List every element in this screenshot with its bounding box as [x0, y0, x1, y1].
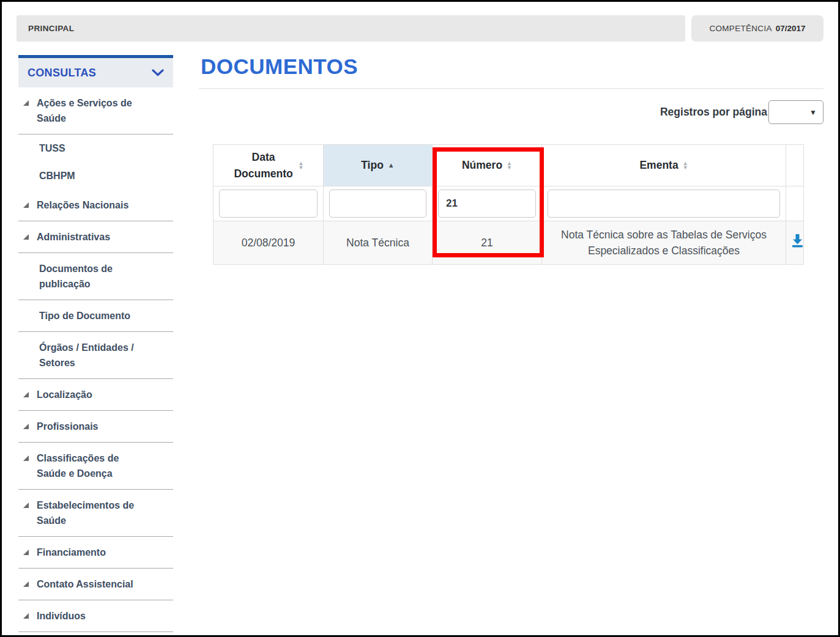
column-header-ementa[interactable]: Ementa ▲▼: [542, 145, 786, 186]
principal-menu-item[interactable]: PRINCIPAL: [28, 24, 74, 33]
sidebar-item-profissionais[interactable]: Profissionais: [18, 411, 173, 443]
sidebar-item-label: TUSS: [39, 143, 65, 153]
cell-tipo: Nota Técnica: [324, 221, 433, 265]
column-header-actions: [786, 145, 804, 186]
sidebar-item-documentos-de-publicacao[interactable]: Documentos de publicação: [18, 253, 173, 300]
cell-download: [786, 221, 804, 265]
sidebar-item-contato-assistencial[interactable]: Contato Assistencial: [18, 569, 173, 600]
main-content: DOCUMENTOS Registros por página ▼ Data D…: [199, 54, 823, 265]
filter-input-tipo[interactable]: [329, 190, 426, 218]
sidebar-item-label: Profissionais: [37, 421, 98, 432]
expand-triangle-icon: [23, 550, 29, 555]
filter-input-ementa[interactable]: [548, 190, 780, 218]
sidebar-item-tuss[interactable]: TUSS: [18, 134, 173, 162]
download-button[interactable]: [791, 234, 804, 248]
column-header-data-documento[interactable]: Data Documento ▲▼: [214, 145, 324, 186]
expand-triangle-icon: [23, 424, 29, 429]
expand-triangle-icon: [23, 392, 29, 397]
column-label: Tipo: [361, 157, 384, 173]
table-row: 02/08/2019 Nota Técnica 21 Nota Técnica …: [214, 221, 804, 265]
sidebar-item-classificacoes-de-saude-e-doenca[interactable]: Classificações de Saúde e Doença: [18, 443, 173, 490]
sidebar-item-label: Financiamento: [37, 547, 106, 558]
download-icon: [791, 234, 804, 248]
table-header-row: Data Documento ▲▼ Tipo ▲ Número ▲▼: [214, 145, 804, 186]
filter-cell-empty: [786, 186, 804, 221]
sort-ascending-icon: ▲: [388, 160, 395, 171]
cell-ementa: Nota Técnica sobre as Tabelas de Serviço…: [542, 221, 786, 265]
sidebar-item-cbhpm[interactable]: CBHPM: [18, 162, 173, 190]
sidebar-item-relacoes-nacionais[interactable]: Relações Nacionais: [18, 190, 173, 221]
sidebar-item-label: Classificações de Saúde e Doença: [37, 453, 119, 479]
competencia-value: 07/2017: [776, 24, 806, 33]
sidebar-item-label: Relações Nacionais: [37, 200, 128, 210]
filter-input-numero[interactable]: [438, 190, 536, 218]
sidebar-item-acoes-e-servicos-de-saude[interactable]: Ações e Serviços de Saúde: [18, 87, 173, 134]
expand-triangle-icon: [23, 581, 29, 587]
documents-table: Data Documento ▲▼ Tipo ▲ Número ▲▼: [213, 144, 804, 265]
chevron-down-icon: [152, 69, 164, 76]
sort-icon: ▲▼: [507, 161, 512, 170]
sidebar-header-consultas[interactable]: CONSULTAS: [18, 55, 173, 87]
expand-triangle-icon: [23, 234, 29, 240]
column-label: Ementa: [639, 157, 678, 173]
sidebar: CONSULTAS Ações e Serviços de Saúde TUSS…: [18, 55, 173, 632]
expand-triangle-icon: [23, 202, 29, 208]
title-divider: [199, 88, 823, 89]
expand-triangle-icon: [23, 503, 29, 508]
sidebar-item-administrativas[interactable]: Administrativas: [18, 221, 173, 253]
sidebar-item-label: Ações e Serviços de Saúde: [37, 98, 132, 123]
sort-icon: ▲▼: [299, 161, 304, 170]
app-window: PRINCIPAL COMPETÊNCIA 07/2017 CONSULTAS …: [0, 0, 840, 637]
sidebar-item-label: Indivíduos: [37, 611, 86, 621]
sidebar-item-label: Tipo de Documento: [39, 311, 130, 321]
cell-numero: 21: [433, 221, 542, 265]
page-title: DOCUMENTOS: [199, 54, 823, 79]
top-menu-bar: PRINCIPAL: [17, 15, 685, 42]
filter-input-data-documento[interactable]: [219, 190, 318, 218]
sidebar-item-label: Localização: [37, 389, 92, 400]
cell-data-documento: 02/08/2019: [214, 221, 324, 265]
sidebar-item-label: Órgãos / Entidades / Setores: [39, 342, 134, 368]
sort-icon: ▲▼: [683, 161, 688, 170]
sidebar-item-label: Administrativas: [37, 232, 110, 242]
column-label: Data Documento: [233, 149, 294, 182]
sidebar-item-tipo-de-documento[interactable]: Tipo de Documento: [18, 300, 173, 332]
registros-por-pagina-label: Registros por página: [660, 106, 767, 119]
registros-por-pagina-row: Registros por página ▼: [199, 100, 823, 124]
expand-triangle-icon: [23, 100, 29, 106]
sidebar-item-individuos[interactable]: Indivíduos: [18, 600, 173, 632]
table-filter-row: [214, 186, 804, 221]
sidebar-item-label: Estabelecimentos de Saúde: [37, 500, 134, 526]
sidebar-item-label: Contato Assistencial: [37, 579, 133, 589]
sidebar-item-financiamento[interactable]: Financiamento: [18, 537, 173, 569]
column-header-tipo[interactable]: Tipo ▲: [324, 145, 433, 186]
ementa-text: Nota Técnica sobre as Tabelas de Serviço…: [560, 227, 768, 259]
expand-triangle-icon: [23, 613, 29, 619]
sidebar-item-estabelecimentos-de-saude[interactable]: Estabelecimentos de Saúde: [18, 490, 173, 537]
sidebar-item-orgaos-entidades-setores[interactable]: Órgãos / Entidades / Setores: [18, 332, 173, 379]
sidebar-item-localizacao[interactable]: Localização: [18, 379, 173, 411]
competencia-label: COMPETÊNCIA: [709, 24, 771, 33]
dropdown-arrow-icon: ▼: [809, 108, 817, 117]
column-label: Número: [462, 157, 502, 173]
registros-por-pagina-select[interactable]: ▼: [768, 100, 823, 124]
sidebar-header-label: CONSULTAS: [28, 67, 96, 79]
expand-triangle-icon: [23, 455, 29, 461]
sidebar-item-label: Documentos de publicação: [39, 263, 113, 289]
competencia-badge: COMPETÊNCIA 07/2017: [691, 15, 823, 42]
sidebar-item-label: CBHPM: [39, 171, 75, 181]
column-header-numero[interactable]: Número ▲▼: [433, 145, 542, 186]
